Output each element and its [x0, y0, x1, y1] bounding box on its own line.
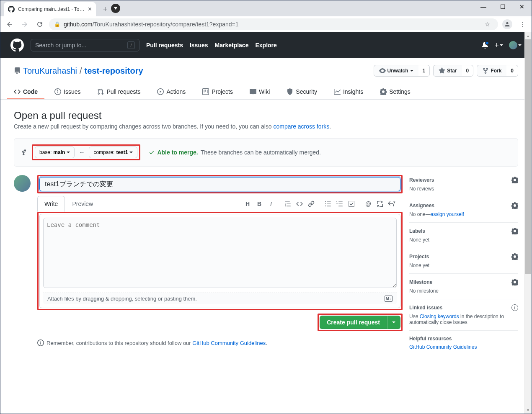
preview-tab[interactable]: Preview	[65, 196, 100, 212]
scrollbar-thumb[interactable]	[525, 39, 531, 274]
linked-issues-header: Linked issuesi	[409, 304, 518, 311]
tab-code[interactable]: Code	[7, 85, 44, 99]
guidelines-link[interactable]: GitHub Community Guidelines	[192, 340, 266, 346]
tab-pull-requests[interactable]: Pull requests	[90, 85, 147, 99]
scrollbar[interactable]: ▴ ▾	[524, 32, 532, 414]
milestone-body: No milestone	[409, 288, 518, 294]
minimize-button[interactable]: —	[474, 0, 493, 13]
user-menu-button[interactable]	[509, 41, 522, 49]
avatar	[509, 41, 517, 49]
mention-icon[interactable]: @	[363, 199, 373, 209]
projects-body: None yet	[409, 262, 518, 268]
user-avatar	[14, 175, 31, 192]
code-icon[interactable]	[294, 199, 305, 209]
info-icon[interactable]: i	[511, 304, 518, 311]
community-guidelines-link[interactable]: GitHub Community Guidelines	[409, 344, 477, 350]
milestone-header[interactable]: Milestone	[409, 279, 518, 285]
gear-icon	[511, 177, 518, 183]
lock-icon: 🔒	[54, 21, 60, 27]
gear-icon	[511, 253, 518, 260]
tab-insights[interactable]: Insights	[327, 85, 370, 99]
info-icon	[37, 339, 44, 346]
bold-icon[interactable]: B	[254, 199, 264, 209]
bullet-list-icon[interactable]	[323, 199, 333, 209]
close-window-button[interactable]: ✕	[512, 0, 532, 13]
fork-count[interactable]: 0	[506, 65, 518, 77]
markdown-icon[interactable]: M↓	[385, 296, 393, 302]
arrow-left-icon: ←	[79, 149, 85, 156]
tab-issues[interactable]: Issues	[48, 85, 87, 99]
unwatch-button[interactable]: Unwatch	[374, 65, 418, 77]
assignees-header[interactable]: Assignees	[409, 202, 518, 209]
closing-keywords-link[interactable]: Closing keywords	[420, 314, 459, 319]
fork-button[interactable]: Fork	[477, 65, 506, 77]
merge-status-able: Able to merge.	[157, 149, 198, 156]
attach-hint[interactable]: Attach files by dragging & dropping, sel…	[47, 296, 197, 302]
tab-settings[interactable]: Settings	[373, 85, 417, 99]
github-favicon	[8, 6, 15, 13]
reply-icon[interactable]: ▾	[387, 199, 397, 209]
projects-header[interactable]: Projects	[409, 253, 518, 260]
write-tab[interactable]: Write	[37, 196, 65, 212]
search-input[interactable]: Search or jump to... /	[31, 39, 139, 51]
heading-icon[interactable]: H	[243, 199, 253, 209]
base-branch-button[interactable]: base: main	[35, 147, 75, 158]
address-bar[interactable]: 🔒 github.com/ToruKurahashi/test-reposito…	[49, 18, 498, 30]
extension-icon[interactable]	[111, 4, 120, 13]
cross-reference-icon[interactable]	[375, 199, 385, 209]
nav-marketplace[interactable]: Marketplace	[215, 42, 249, 49]
tab-wiki[interactable]: Wiki	[243, 85, 276, 99]
labels-body: None yet	[409, 237, 518, 243]
forward-button	[19, 18, 31, 30]
repo-owner-link[interactable]: ToruKurahashi	[23, 66, 77, 76]
browser-tab[interactable]: Comparing main...test1 · ToruKur... ×	[4, 2, 96, 16]
star-count[interactable]: 0	[462, 65, 474, 77]
back-button[interactable]	[4, 18, 15, 30]
create-pr-button[interactable]: Create pull request	[320, 316, 387, 329]
profile-button[interactable]	[501, 18, 513, 30]
repo-name-link[interactable]: test-repository	[85, 66, 143, 76]
number-list-icon[interactable]	[335, 199, 345, 209]
create-new-button[interactable]: +	[494, 41, 503, 50]
comment-textarea[interactable]	[43, 218, 397, 288]
gear-icon	[511, 228, 518, 234]
slash-key-hint: /	[127, 41, 135, 49]
notifications-button[interactable]	[482, 42, 488, 49]
scroll-up-arrow[interactable]: ▴	[524, 32, 532, 39]
quote-icon[interactable]	[283, 199, 293, 209]
tab-actions[interactable]: Actions	[150, 85, 192, 99]
watch-count[interactable]: 1	[418, 65, 430, 77]
star-button[interactable]: Star	[433, 65, 462, 77]
reload-button[interactable]	[34, 18, 46, 30]
tab-projects[interactable]: Projects	[196, 85, 240, 99]
link-icon[interactable]	[306, 199, 316, 209]
pr-title-input[interactable]	[39, 177, 400, 191]
helpful-header: Helpful resources	[409, 336, 518, 342]
compare-forks-link[interactable]: compare across forks	[273, 123, 329, 130]
gear-icon	[511, 202, 518, 209]
github-logo[interactable]	[10, 39, 24, 52]
assign-yourself-link[interactable]: assign yourself	[431, 211, 464, 217]
reviewers-header[interactable]: Reviewers	[409, 177, 518, 183]
bookmark-star-icon[interactable]: ☆	[481, 18, 493, 30]
gear-icon	[511, 279, 518, 285]
tab-security[interactable]: Security	[280, 85, 324, 99]
new-tab-button[interactable]: +	[99, 3, 111, 15]
tab-close-icon[interactable]: ×	[88, 5, 92, 13]
search-placeholder: Search or jump to...	[35, 42, 86, 49]
url-text: github.com/ToruKurahashi/test-repository…	[64, 21, 239, 28]
maximize-button[interactable]: ☐	[493, 0, 512, 13]
compare-branch-button[interactable]: compare: test1	[89, 147, 137, 158]
nav-pull-requests[interactable]: Pull requests	[146, 42, 183, 49]
page-subtitle: Create a new pull request by comparing c…	[14, 123, 518, 130]
nav-explore[interactable]: Explore	[255, 42, 276, 49]
tab-title: Comparing main...test1 · ToruKur...	[18, 6, 85, 12]
scroll-down-arrow[interactable]: ▾	[524, 406, 532, 414]
browser-menu-button[interactable]: ⋮	[517, 18, 528, 30]
italic-icon[interactable]: I	[266, 199, 276, 209]
labels-header[interactable]: Labels	[409, 228, 518, 234]
nav-issues[interactable]: Issues	[190, 42, 208, 49]
repo-icon	[14, 67, 21, 74]
create-pr-dropdown[interactable]	[387, 316, 400, 329]
tasklist-icon[interactable]	[346, 199, 356, 209]
